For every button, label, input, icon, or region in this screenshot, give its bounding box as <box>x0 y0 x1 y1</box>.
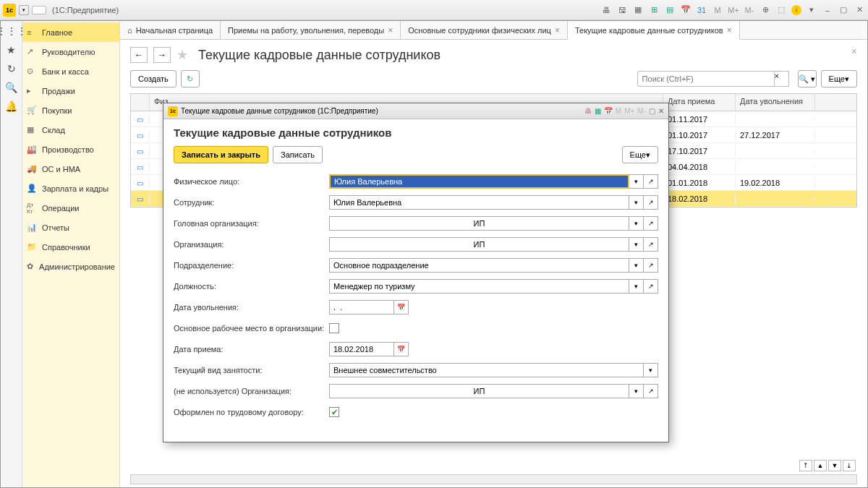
sidebar-item-hr[interactable]: 👤Зарплата и кадры <box>22 179 119 198</box>
home-icon[interactable]: ⬚ <box>775 4 787 16</box>
input-head-org[interactable] <box>329 216 629 231</box>
calendar-button[interactable]: 📅 <box>394 342 409 356</box>
tab-hiring[interactable]: Приемы на работу, увольнения, переводы× <box>221 21 401 39</box>
open-button[interactable]: ↗ <box>644 216 658 231</box>
modal-m[interactable]: M <box>616 107 621 115</box>
col-hire-date[interactable]: Дата приема <box>663 94 736 111</box>
dropdown-button[interactable]: ▾ <box>629 237 644 252</box>
tab-current-hr[interactable]: Текущие кадровые данные сотрудников× <box>568 21 740 40</box>
open-button[interactable]: ↗ <box>644 195 658 210</box>
input-org[interactable] <box>329 237 629 252</box>
dropdown-button[interactable]: ▾ <box>629 216 644 231</box>
search-input[interactable] <box>637 71 775 87</box>
create-button[interactable]: Создать <box>130 70 176 87</box>
input-physical-person[interactable] <box>329 174 629 189</box>
nav-back-button[interactable]: ← <box>130 47 148 63</box>
modal-grid-icon[interactable]: ▦ <box>595 107 601 115</box>
modal-mminus[interactable]: M- <box>637 107 646 115</box>
print-icon[interactable]: 🖶 <box>600 4 612 16</box>
checkbox-main-workplace[interactable] <box>329 323 339 333</box>
sidebar-item-sales[interactable]: ▸Продажи <box>22 81 119 100</box>
sidebar-item-manager[interactable]: ↗Руководителю <box>22 42 119 61</box>
sidebar-item-reports[interactable]: 📊Отчеты <box>22 218 119 237</box>
sidebar-item-directories[interactable]: 📁Справочники <box>22 237 119 257</box>
mplus-btn[interactable]: M+ <box>728 4 739 16</box>
tab-close-icon[interactable]: × <box>555 25 560 35</box>
sidebar-item-warehouse[interactable]: ▦Склад <box>22 120 119 140</box>
open-button[interactable]: ↗ <box>644 258 658 273</box>
modal-mplus[interactable]: M+ <box>624 107 634 115</box>
favorite-star-icon[interactable]: ★ <box>176 47 188 63</box>
zoom-icon[interactable]: ⊕ <box>760 4 771 16</box>
input-dismiss-date[interactable] <box>329 300 394 314</box>
close-icon[interactable]: ✕ <box>854 4 865 16</box>
open-button[interactable]: ↗ <box>644 174 658 189</box>
scroll-up-button[interactable]: ▲ <box>814 460 827 471</box>
input-position[interactable] <box>329 279 629 294</box>
dropdown-button[interactable]: ▾ <box>629 384 644 398</box>
sidebar-item-purchases[interactable]: 🛒Покупки <box>22 100 119 120</box>
search-icon[interactable]: 🔍 <box>5 82 17 93</box>
nav-forward-button[interactable]: → <box>153 47 171 63</box>
dropdown-button[interactable]: ▾ <box>644 363 658 377</box>
info-icon[interactable]: i <box>791 5 801 15</box>
tab-main-employees[interactable]: Основные сотрудники физических лиц× <box>401 21 568 39</box>
mminus-btn[interactable]: M- <box>744 4 755 16</box>
search-button[interactable]: 🔍 ▾ <box>798 70 817 87</box>
search-clear-button[interactable]: × <box>775 71 789 87</box>
maximize-icon[interactable]: ▢ <box>838 4 849 16</box>
scroll-bottom-button[interactable]: ⤓ <box>843 460 856 471</box>
modal-cal-icon[interactable]: 📅 <box>604 107 613 115</box>
input-employee[interactable] <box>329 195 629 210</box>
open-button[interactable]: ↗ <box>644 384 658 398</box>
m-btn[interactable]: M <box>712 4 723 16</box>
dd2[interactable]: ▾ <box>806 4 817 16</box>
save-icon[interactable]: 🖫 <box>616 4 628 16</box>
history-icon[interactable]: ↻ <box>7 63 16 74</box>
tab-close-icon[interactable]: × <box>727 25 732 35</box>
col-dismiss-date[interactable]: Дата увольнения <box>736 94 815 111</box>
save-button[interactable]: Записать <box>273 146 323 163</box>
sidebar-item-bank[interactable]: ⊙Банк и касса <box>22 61 119 81</box>
modal-max-icon[interactable]: ▢ <box>649 107 655 115</box>
tab-close-icon[interactable]: × <box>388 25 393 35</box>
sidebar-item-admin[interactable]: ✿Администрирование <box>22 257 119 276</box>
open-button[interactable]: ↗ <box>644 279 658 294</box>
sidebar-item-operations[interactable]: ДтКтОперации <box>22 198 119 218</box>
input-hire-date[interactable] <box>329 342 394 356</box>
app-dropdown[interactable]: ▾ <box>19 5 29 15</box>
modal-more-button[interactable]: Еще ▾ <box>622 146 658 163</box>
scroll-top-button[interactable]: ⤒ <box>799 460 812 471</box>
star-icon[interactable]: ★ <box>7 44 16 56</box>
minimize-icon[interactable]: – <box>822 4 833 16</box>
calendar-icon[interactable]: 📅 <box>680 4 692 16</box>
open-button[interactable]: ↗ <box>644 237 658 252</box>
dropdown-button[interactable]: ▾ <box>629 195 644 210</box>
tab-home[interactable]: ⌂Начальная страница <box>120 21 221 39</box>
calc-icon[interactable]: ⊞ <box>648 4 660 16</box>
modal-print-icon[interactable]: 🖶 <box>584 107 592 115</box>
page-close-icon[interactable]: × <box>851 46 857 57</box>
refresh-button[interactable]: ↻ <box>181 70 200 87</box>
input-employment-type[interactable] <box>329 363 644 377</box>
bell-icon[interactable]: 🔔 <box>5 100 17 112</box>
cal31-icon[interactable]: 31 <box>696 4 707 16</box>
scroll-down-button[interactable]: ▼ <box>828 460 841 471</box>
more-button[interactable]: Еще ▾ <box>821 70 857 87</box>
sidebar-item-main[interactable]: ≡Главное <box>22 22 119 42</box>
calendar-button[interactable]: 📅 <box>394 300 409 314</box>
grid-icon[interactable]: ▦ <box>632 4 644 16</box>
modal-close-icon[interactable]: ✕ <box>658 107 664 115</box>
col-icon[interactable] <box>131 94 150 111</box>
grid2-icon[interactable]: ▤ <box>664 4 676 16</box>
input-unused-org[interactable] <box>329 384 629 398</box>
dropdown-button[interactable]: ▾ <box>629 174 644 189</box>
input-dept[interactable] <box>329 258 629 273</box>
dropdown-button[interactable]: ▾ <box>629 258 644 273</box>
sidebar-item-assets[interactable]: 🚚ОС и НМА <box>22 159 119 179</box>
save-close-button[interactable]: Записать и закрыть <box>174 146 268 163</box>
sidebar-item-production[interactable]: 🏭Производство <box>22 140 119 159</box>
horizontal-scrollbar[interactable] <box>130 474 857 484</box>
checkbox-contract[interactable]: ✔ <box>329 407 339 417</box>
dropdown-button[interactable]: ▾ <box>629 279 644 294</box>
